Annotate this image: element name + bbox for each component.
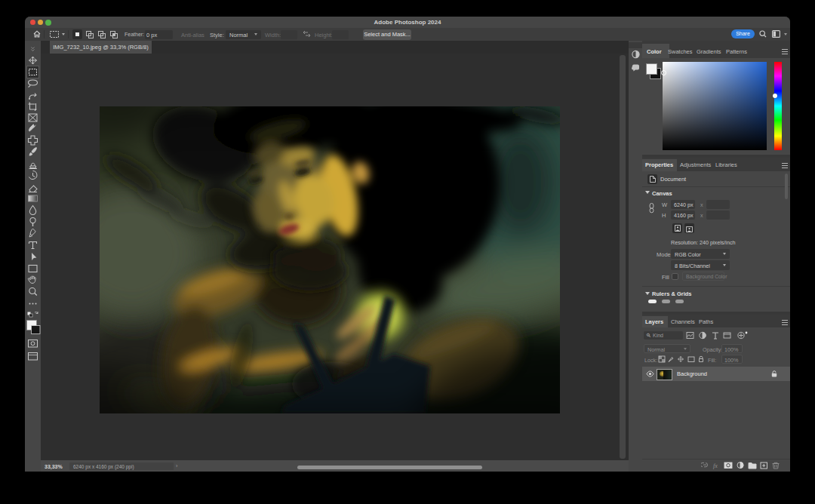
svg-text:fx: fx (713, 463, 718, 469)
